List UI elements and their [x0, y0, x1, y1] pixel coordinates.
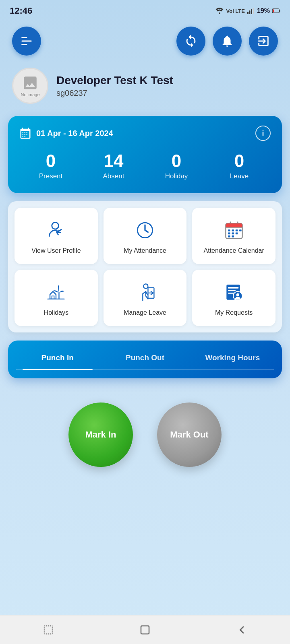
svg-rect-13 — [228, 229, 230, 231]
grid-item-manage-leave[interactable]: Manage Leave — [104, 270, 187, 326]
svg-rect-27 — [228, 293, 234, 294]
punch-out-tab[interactable]: Punch Out — [101, 346, 188, 369]
status-icons: Vol LTE 19% — [215, 7, 281, 14]
my-requests-label: My Requests — [215, 309, 253, 316]
logout-button[interactable] — [249, 27, 278, 56]
my-attendance-label: My Attendance — [124, 247, 166, 254]
wifi-icon — [215, 8, 224, 14]
svg-rect-21 — [232, 235, 234, 237]
profile-info: Developer Test K Test sg06237 — [56, 74, 278, 98]
avatar-label: No image — [21, 92, 39, 97]
notification-button[interactable] — [213, 27, 242, 56]
stats-date: 01 Apr - 16 Apr 2024 — [19, 127, 113, 139]
svg-rect-6 — [280, 10, 280, 12]
view-user-profile-label: View User Profile — [31, 247, 81, 254]
calendar-icon — [19, 127, 31, 139]
home-button[interactable] — [133, 618, 157, 642]
svg-rect-19 — [235, 233, 238, 235]
back-icon — [236, 624, 248, 636]
stat-present: 0 Present — [19, 152, 82, 180]
mark-out-button[interactable]: Mark Out — [157, 402, 222, 467]
grid-item-holidays[interactable]: Holidays — [14, 270, 98, 326]
sync-button[interactable] — [176, 27, 205, 56]
lte-indicator: Vol LTE — [226, 8, 245, 14]
battery-text: 19% — [257, 7, 270, 14]
profile-section: No image Developer Test K Test sg06237 — [0, 64, 290, 116]
holidays-label: Holidays — [44, 309, 68, 316]
stat-holiday: 0 Holiday — [145, 152, 208, 180]
svg-rect-30 — [141, 626, 149, 634]
sync-icon — [184, 34, 198, 48]
stat-absent: 14 Absent — [82, 152, 145, 180]
mark-in-button[interactable]: Mark In — [68, 402, 133, 467]
stat-leave: 0 Leave — [208, 152, 271, 180]
svg-point-0 — [219, 12, 220, 14]
holidays-icon — [45, 281, 67, 303]
profile-id: sg06237 — [56, 89, 278, 98]
no-image-icon — [22, 74, 39, 91]
working-hours-tab[interactable]: Working Hours — [189, 346, 276, 369]
svg-rect-26 — [228, 290, 236, 291]
stats-numbers: 0 Present 14 Absent 0 Holiday 0 Leave — [19, 152, 271, 180]
mark-buttons: Mark In Mark Out — [0, 390, 290, 475]
grid-row-2: Holidays Manage Leave — [14, 270, 276, 326]
recent-apps-button[interactable] — [36, 618, 60, 642]
my-attendance-icon — [134, 219, 156, 242]
menu-icon — [20, 34, 33, 48]
manage-leave-icon — [134, 281, 156, 303]
grid-row-1: View User Profile My Attendance — [14, 208, 276, 264]
attendance-calendar-icon — [223, 219, 245, 242]
punch-tabs: Punch In Punch Out Working Hours — [12, 345, 278, 369]
top-right-actions — [176, 27, 278, 56]
stats-card: 01 Apr - 16 Apr 2024 i 0 Present 14 Abse… — [8, 116, 282, 193]
svg-rect-14 — [232, 229, 234, 231]
svg-point-29 — [236, 293, 239, 296]
grid-item-my-requests[interactable]: My Requests — [192, 270, 276, 326]
status-bar: 12:46 Vol LTE 19% — [0, 0, 290, 20]
svg-rect-2 — [249, 10, 250, 14]
battery-icon — [272, 8, 280, 13]
stats-header: 01 Apr - 16 Apr 2024 i — [19, 126, 271, 141]
status-time: 12:46 — [10, 6, 32, 16]
punch-in-tab[interactable]: Punch In — [14, 346, 101, 369]
svg-rect-7 — [273, 10, 274, 12]
notification-icon — [220, 34, 234, 48]
svg-rect-15 — [235, 229, 238, 231]
grid-item-my-attendance[interactable]: My Attendance — [104, 208, 187, 264]
svg-rect-16 — [239, 229, 242, 231]
svg-rect-4 — [253, 8, 254, 14]
avatar: No image — [12, 68, 48, 104]
top-actions — [0, 20, 290, 64]
home-icon — [139, 624, 151, 636]
svg-rect-12 — [226, 226, 242, 227]
svg-rect-18 — [232, 233, 234, 235]
svg-rect-25 — [228, 287, 238, 289]
logout-icon — [257, 34, 270, 48]
svg-rect-3 — [251, 9, 252, 14]
info-button[interactable]: i — [255, 126, 271, 141]
svg-point-8 — [52, 222, 59, 229]
grid-item-attendance-calendar[interactable]: Attendance Calendar — [192, 208, 276, 264]
manage-leave-label: Manage Leave — [124, 309, 166, 316]
signal-icon — [247, 8, 255, 14]
back-button[interactable] — [230, 618, 254, 642]
bottom-nav — [0, 615, 290, 644]
grid-item-view-user-profile[interactable]: View User Profile — [14, 208, 98, 264]
attendance-calendar-label: Attendance Calendar — [204, 247, 264, 254]
svg-point-22 — [143, 284, 148, 288]
svg-rect-17 — [228, 233, 230, 235]
my-requests-icon — [223, 281, 245, 303]
menu-button[interactable] — [12, 27, 41, 56]
svg-rect-1 — [247, 12, 249, 14]
recent-apps-icon — [42, 624, 54, 636]
svg-rect-20 — [228, 235, 230, 237]
profile-name: Developer Test K Test — [56, 74, 278, 87]
punch-section: Punch In Punch Out Working Hours — [8, 341, 282, 378]
grid-menu: View User Profile My Attendance — [8, 201, 282, 332]
view-user-profile-icon — [45, 219, 67, 242]
